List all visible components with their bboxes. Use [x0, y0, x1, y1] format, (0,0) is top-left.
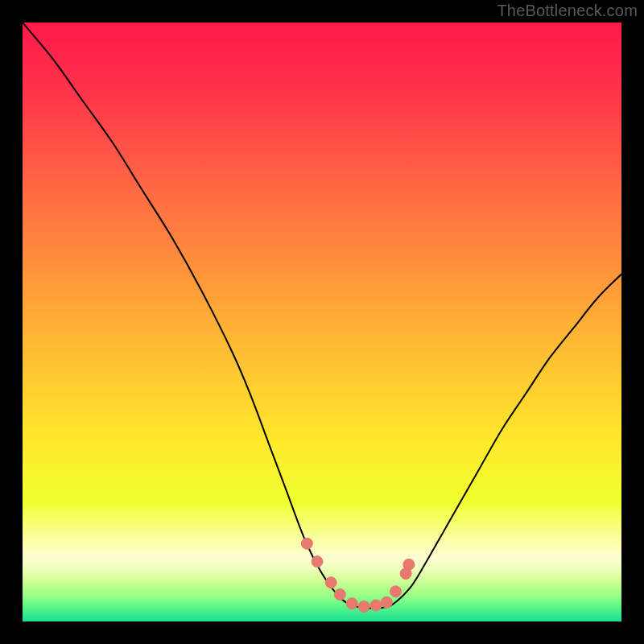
chart-frame: TheBottleneck.com	[0, 0, 644, 644]
marker-point	[390, 586, 402, 597]
marker-point	[334, 589, 345, 601]
marker-point	[381, 597, 392, 608]
marker-point	[370, 600, 382, 611]
watermark-text: TheBottleneck.com	[497, 2, 638, 20]
chart-svg	[23, 23, 621, 621]
marker-point	[325, 577, 336, 588]
gradient-background	[23, 23, 621, 621]
marker-point	[312, 556, 323, 568]
plot-area	[23, 23, 621, 621]
marker-point	[346, 598, 357, 609]
marker-point	[358, 601, 369, 612]
marker-point	[403, 559, 415, 570]
marker-point	[301, 538, 312, 549]
